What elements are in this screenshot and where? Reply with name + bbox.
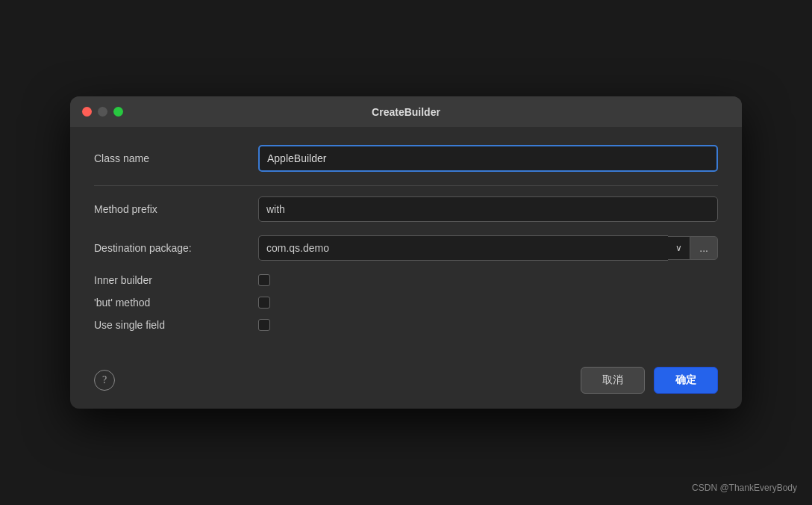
inner-builder-checkbox[interactable]: [258, 274, 270, 286]
ok-button[interactable]: 确定: [654, 367, 718, 394]
class-name-label: Class name: [94, 152, 258, 164]
traffic-lights: [82, 107, 123, 117]
window-title: CreateBuilder: [372, 106, 440, 118]
help-button[interactable]: ?: [94, 370, 115, 391]
method-prefix-input[interactable]: [258, 196, 718, 222]
class-name-row: Class name: [94, 145, 718, 172]
package-input[interactable]: [258, 235, 668, 261]
method-prefix-label: Method prefix: [94, 203, 258, 215]
package-browse-button[interactable]: ...: [690, 236, 718, 260]
dialog-content: Class name Method prefix Destination pac…: [70, 127, 742, 356]
use-single-field-checkbox[interactable]: [258, 319, 270, 331]
but-method-row: 'but' method: [94, 297, 718, 309]
use-single-field-label: Use single field: [94, 319, 258, 331]
use-single-field-row: Use single field: [94, 319, 718, 331]
traffic-light-close[interactable]: [82, 107, 92, 117]
package-dropdown-button[interactable]: ∨: [668, 236, 690, 260]
method-prefix-row: Method prefix: [94, 196, 718, 222]
traffic-light-maximize[interactable]: [113, 107, 123, 117]
titlebar: CreateBuilder: [70, 96, 742, 127]
footer-buttons: 取消 确定: [581, 367, 718, 394]
footer: ? 取消 确定: [70, 356, 742, 409]
destination-package-row: Destination package: ∨ ...: [94, 235, 718, 261]
dialog: CreateBuilder Class name Method prefix D…: [70, 96, 742, 409]
watermark: CSDN @ThankEveryBody: [692, 483, 797, 493]
traffic-light-minimize[interactable]: [98, 107, 107, 117]
inner-builder-row: Inner builder: [94, 274, 718, 286]
package-row: ∨ ...: [258, 235, 718, 261]
divider-1: [94, 185, 718, 186]
cancel-button[interactable]: 取消: [581, 367, 645, 394]
inner-builder-label: Inner builder: [94, 274, 258, 286]
class-name-input[interactable]: [258, 145, 718, 172]
destination-package-label: Destination package:: [94, 242, 258, 254]
chevron-down-icon: ∨: [675, 243, 682, 253]
but-method-label: 'but' method: [94, 297, 258, 309]
but-method-checkbox[interactable]: [258, 297, 270, 309]
